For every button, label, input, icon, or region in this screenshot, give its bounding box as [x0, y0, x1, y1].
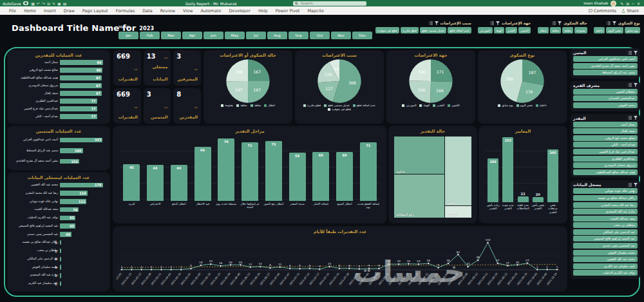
- month-button-jun[interactable]: Jun: [204, 32, 223, 39]
- ribbon-tab-developer[interactable]: Developer: [225, 8, 254, 14]
- slicer-button[interactable]: نواف عبد الكريم الدغيلب: [573, 270, 638, 276]
- legend-swatch: [236, 104, 239, 107]
- table-icon[interactable]: ▣: [57, 1, 61, 6]
- slicer-button[interactable]: نايف سليمان عبد الكريم: [573, 263, 638, 269]
- hbar-row: نواف عبد الكريم الدغيلب65: [10, 216, 106, 221]
- hbar-label: سلطان بن متعب: [10, 249, 58, 252]
- ribbon-tab-draw[interactable]: Draw: [60, 8, 79, 14]
- slicer-button[interactable]: سلطان بن متعب: [573, 222, 638, 228]
- slicer-button[interactable]: محمد العوض: [573, 102, 638, 108]
- slicer-button[interactable]: سلطان العتيبي: [573, 89, 638, 95]
- slicer-button[interactable]: عدم اضافة قطع: [448, 27, 471, 33]
- slicer-button[interactable]: عبد الرحمن جابر المالكي: [573, 229, 638, 235]
- redo-icon[interactable]: ↷: [42, 1, 45, 6]
- bar-value-label: 71: [242, 144, 258, 147]
- quick-access-icons[interactable]: ▦↶↷⊞✎▣▤: [30, 1, 68, 6]
- month-button-mar[interactable]: Mar: [161, 32, 181, 39]
- month-button-oct[interactable]: Oct: [310, 32, 330, 39]
- hbar-label: سمير عبد الرزاق المسلط: [10, 149, 58, 153]
- slicer-button[interactable]: هيثم عبدالله صالح العبداللطيف: [573, 169, 638, 175]
- slicer-button[interactable]: محمد سليمان العوض: [573, 250, 638, 256]
- slicer-button[interactable]: مغلقة: [562, 27, 573, 33]
- clipboard-icon[interactable]: ▤: [63, 1, 67, 6]
- comments-button[interactable]: Comments: [589, 8, 616, 14]
- month-button-dec[interactable]: Dec: [352, 32, 372, 39]
- slicer-button[interactable]: عبد المحسن يحيى حمدي: [573, 243, 638, 249]
- slicer-button[interactable]: انتظار: [538, 27, 549, 33]
- slicer-button[interactable]: صالح محمد تابع الروقي: [573, 135, 638, 141]
- pie-legend: التثمينالتقديرالهيئةالموردين: [399, 104, 462, 109]
- slicer-button[interactable]: قطع مكررة: [401, 27, 419, 33]
- apps-grid-icon[interactable]: ⊞: [626, 1, 629, 6]
- month-button-jan[interactable]: Jan: [118, 32, 138, 39]
- ribbon-tab-insert[interactable]: Insert: [40, 8, 60, 14]
- window-controls[interactable]: ✎⊞─✕: [619, 1, 641, 6]
- slicer-button[interactable]: الموردين: [478, 27, 493, 33]
- month-button-aug[interactable]: Aug: [267, 32, 287, 39]
- month-button-may[interactable]: May: [225, 32, 245, 39]
- slicer-button[interactable]: سيف إقبال: [573, 128, 638, 134]
- ribbon-tab-mapcite[interactable]: Mapcite: [303, 8, 328, 14]
- slicer-button[interactable]: سعد عبدالله الغنيث: [573, 216, 638, 222]
- slicer-button[interactable]: جمال أحمد: [573, 122, 638, 127]
- slicer-button[interactable]: داخلية: [594, 27, 605, 33]
- ribbon-tab-power-pivot[interactable]: Power Pivot: [272, 8, 304, 14]
- ribbon-tab-formulas[interactable]: Formulas: [112, 8, 139, 14]
- slicer-button[interactable]: نفس اليوم: [606, 27, 623, 33]
- slicer-button[interactable]: يوم سابق: [625, 27, 640, 33]
- month-button-feb[interactable]: Feb: [140, 32, 160, 39]
- filter-icon: [634, 83, 638, 87]
- slicer-button[interactable]: عبدالعزيز الطليري: [573, 156, 638, 162]
- month-button-apr[interactable]: Apr: [182, 32, 202, 39]
- svg-text:166: 166: [418, 70, 426, 74]
- slicer-button[interactable]: مفتوحة: [574, 27, 587, 33]
- slicer-button[interactable]: معلقة: [550, 27, 561, 33]
- slicer-button[interactable]: عبد المجيد إبراهيم فالح السبيعي: [573, 236, 638, 241]
- print-icon[interactable]: ⊞: [47, 1, 50, 6]
- ribbon-tab-help[interactable]: Help: [254, 8, 272, 14]
- month-button-jul[interactable]: Jul: [246, 32, 266, 39]
- search-input[interactable]: [299, 1, 360, 6]
- undo-icon[interactable]: ↶: [37, 1, 40, 6]
- ribbon-tab-data[interactable]: Data: [138, 8, 156, 14]
- paint-icon[interactable]: ✎: [52, 1, 55, 6]
- close-icon[interactable]: ✕: [637, 1, 640, 6]
- chart-title: حالة التقدير: [389, 126, 477, 134]
- save-icon[interactable]: ▦: [31, 1, 35, 6]
- ribbon-tab-file[interactable]: File: [5, 8, 20, 14]
- month-button-sep[interactable]: Sep: [289, 32, 308, 39]
- edit-icon[interactable]: ✎: [620, 1, 623, 6]
- slicer-button[interactable]: أحمد ناجي عبدالقوي العرابي: [573, 56, 638, 62]
- slicer-button[interactable]: تهاني خالد عوده موباني: [573, 188, 638, 194]
- slicer-button[interactable]: عبدالرحمن عياد فرع العتيبي: [573, 149, 638, 155]
- ribbon-tab-page-layout[interactable]: Page Layout: [79, 8, 112, 14]
- slicer-button[interactable]: قطع غير متوفرة: [375, 27, 399, 33]
- ribbon-tab-review[interactable]: Review: [156, 8, 179, 14]
- slicer-button[interactable]: التقدير: [506, 27, 518, 33]
- slicer-button[interactable]: رضا عبد الله محمد المقرن: [573, 202, 638, 208]
- ribbon-tab-view[interactable]: View: [179, 8, 196, 14]
- slicer-button[interactable]: بشير أحمد سعيد آل مفرح الغامدي: [573, 63, 638, 69]
- slicer-button[interactable]: الهيئة: [494, 27, 504, 33]
- ribbon-tab-automate[interactable]: Automate: [196, 8, 225, 14]
- search-box[interactable]: [293, 1, 366, 6]
- slicer-button[interactable]: مرزوق جمعان الدوسري: [573, 162, 638, 168]
- ribbon-tab-home[interactable]: Home: [20, 8, 40, 14]
- slicer-button[interactable]: تعديل مسمى قطع: [420, 27, 446, 33]
- avatar[interactable]: [611, 1, 616, 6]
- slicer-button[interactable]: راكان عبدالله صالح بن نفيسه: [573, 195, 638, 201]
- share-button[interactable]: Share: [621, 8, 639, 14]
- slicer-button[interactable]: صدام أحمد - التلي: [573, 142, 638, 147]
- autosave-toggle[interactable]: [23, 1, 28, 5]
- document-title[interactable]: Daily Report - Mr. Mubarak: [185, 0, 237, 6]
- month-button-nov[interactable]: Nov: [331, 32, 351, 39]
- slicer-button[interactable]: سارة عبد الله السعيدي: [573, 209, 638, 214]
- bar: 76: [218, 138, 234, 201]
- slicer-button[interactable]: سمير عبد الرزاق المسلط: [573, 70, 638, 75]
- slicer-button[interactable]: محمد عبد الله العقيبي: [573, 256, 638, 262]
- pie-chart-card: جهة الاعتراضات171166166166التثمينالتقدير…: [386, 50, 475, 124]
- user-name[interactable]: Islam Khattab: [583, 1, 608, 5]
- minimize-icon[interactable]: ─: [632, 1, 634, 6]
- slicer-button[interactable]: عبدالمحسن الحمدان: [573, 95, 638, 101]
- slicer-button[interactable]: التثمين: [518, 27, 531, 33]
